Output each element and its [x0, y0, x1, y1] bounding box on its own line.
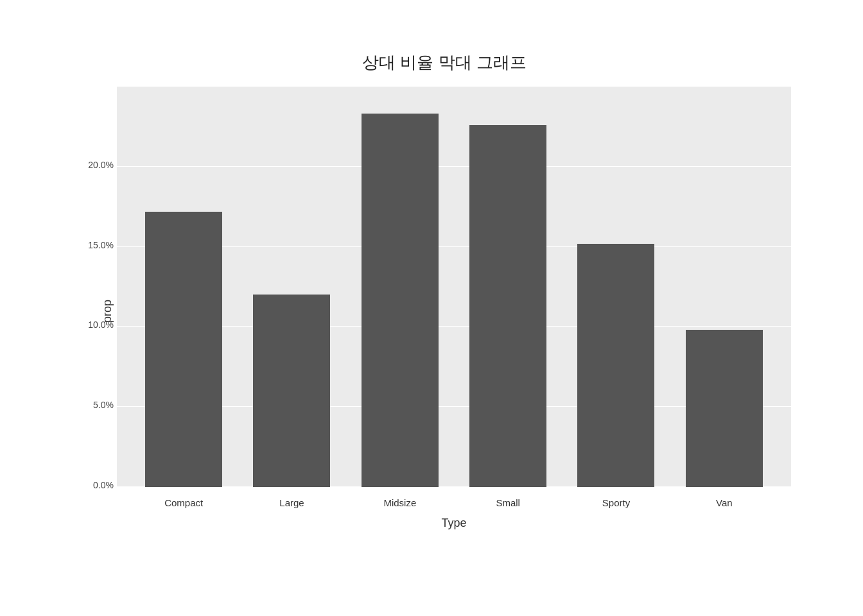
y-tick-label: 20.0% [82, 160, 114, 170]
bar-small [469, 125, 546, 487]
bar-van [686, 330, 763, 487]
bar-sporty [577, 244, 654, 487]
x-tick-large: Large [238, 492, 345, 513]
y-tick-label: 5.0% [82, 400, 114, 410]
y-axis-label: prop [98, 87, 117, 536]
bar-compact [145, 212, 222, 487]
x-tick-small: Small [454, 492, 562, 513]
x-tick-compact: Compact [130, 492, 238, 513]
x-tick-sporty: Sporty [562, 492, 670, 513]
chart-area: prop 0.0%5.0%10.0%15.0%20.0% CompactLarg… [98, 87, 791, 536]
x-axis-label: Type [117, 517, 791, 536]
bars-container [117, 87, 791, 487]
x-tick-van: Van [670, 492, 778, 513]
chart-container: 상대 비율 막대 그래프 prop 0.0%5.0%10.0%15.0%20.0… [46, 26, 817, 590]
x-tick-midsize: Midsize [346, 492, 454, 513]
y-tick-label: 0.0% [82, 480, 114, 490]
bar-group [238, 87, 345, 487]
x-axis-area: CompactLargeMidsizeSmallSportyVan [117, 487, 791, 513]
plot-section: 0.0%5.0%10.0%15.0%20.0% CompactLargeMids… [117, 87, 791, 536]
bar-group [670, 87, 778, 487]
plot-area: 0.0%5.0%10.0%15.0%20.0% [117, 87, 791, 487]
y-tick-label: 10.0% [82, 320, 114, 330]
bar-group [454, 87, 562, 487]
bar-group [130, 87, 238, 487]
bar-group [346, 87, 454, 487]
bar-group [562, 87, 670, 487]
bar-midsize [362, 114, 439, 487]
bar-large [253, 295, 330, 487]
y-tick-label: 15.0% [82, 240, 114, 250]
chart-title: 상대 비율 막대 그래프 [98, 51, 791, 74]
